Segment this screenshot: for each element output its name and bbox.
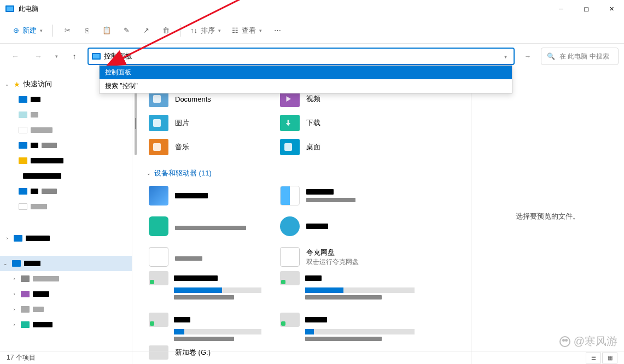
sidebar-item[interactable]: › [0,317,132,332]
watermark: @寒风游 [559,334,617,349]
status-bar: 17 个项目 ☰ ▦ [0,351,624,364]
view-button[interactable]: ☷ 查看 ▾ [228,22,266,39]
sidebar-item[interactable] [0,138,132,153]
folder-pictures[interactable]: 图片 [149,115,280,131]
paste-button[interactable]: 📋 [98,22,115,39]
scrollbar[interactable] [135,92,137,155]
sidebar: ⌄ ★ 快速访问 › ⌄ › › › › [0,69,132,364]
drive-item[interactable] [280,313,444,341]
folders-grid: Documents 视频 图片 下载 音乐 桌面 [149,91,471,155]
share-button[interactable]: ↗ [137,22,155,39]
minimize-button[interactable]: ─ [549,0,574,17]
back-button[interactable]: ← [5,48,25,65]
sidebar-this-pc[interactable]: ⌄ [0,256,132,271]
address-dropdown-button[interactable]: ▾ [501,54,510,60]
sidebar-item[interactable]: › [0,271,132,286]
new-label: 新建 [22,26,37,36]
address-suggestions: 控制面板 搜索 "控制" [99,65,512,93]
monitor-icon [92,53,101,60]
copy-button[interactable]: ⎘ [78,22,96,39]
view-grid-button[interactable]: ▦ [602,353,617,363]
sidebar-item[interactable] [0,122,132,138]
rename-button[interactable]: ✎ [118,22,135,39]
folder-desktop[interactable]: 桌面 [280,139,411,155]
cut-button[interactable]: ✂ [59,22,76,39]
device-icon [280,216,300,236]
recent-button[interactable]: ▾ [51,48,61,65]
chevron-down-icon: ⌄ [4,81,10,87]
sort-label: 排序 [201,26,215,36]
main-area: ⌄ ★ 快速访问 › ⌄ › › › › Documents 视频 图片 下载 … [0,69,624,364]
address-wrapper: ▾ 控制面板 搜索 "控制" [88,48,515,65]
paste-icon: 📋 [102,26,111,34]
device-item[interactable] [149,216,280,236]
search-icon: 🔍 [547,52,555,60]
desktop-icon [280,139,300,155]
separator [180,25,180,37]
suggestion-item[interactable]: 控制面板 [100,66,512,79]
view-icon: ☷ [232,26,238,34]
pictures-icon [149,115,168,131]
drive-icon [280,271,300,285]
device-quark[interactable]: 夸克网盘双击运行夸克网盘 [280,247,444,267]
sidebar-item[interactable]: › [0,302,132,317]
address-bar[interactable]: ▾ [88,48,515,65]
folder-music[interactable]: 音乐 [149,139,280,155]
sidebar-item[interactable] [0,199,132,214]
trash-icon: 🗑 [162,26,170,34]
device-item[interactable] [280,216,444,236]
new-button[interactable]: ⊕ 新建 ▾ [9,22,47,39]
devices-section-header[interactable]: ⌄ 设备和驱动器 (11) [147,168,471,178]
search-box[interactable]: 🔍 在 此电脑 中搜索 [541,48,619,65]
share-icon: ↗ [143,26,149,34]
navigation-row: ← → ▾ ↑ ▾ 控制面板 搜索 "控制" → 🔍 在 此电脑 中搜索 [0,44,624,69]
forward-button[interactable]: → [28,48,48,65]
suggestion-item[interactable]: 搜索 "控制" [100,79,512,93]
maximize-button[interactable]: ▢ [574,0,599,17]
sort-button[interactable]: ↑↓ 排序 ▾ [186,22,225,39]
device-item[interactable] [149,247,280,267]
separator [53,25,53,37]
sidebar-item[interactable]: › [0,231,132,246]
up-button[interactable]: ↑ [65,48,84,65]
plus-icon: ⊕ [13,26,19,34]
drive-item[interactable] [149,271,280,300]
sidebar-item[interactable]: › [0,286,132,302]
delete-button[interactable]: 🗑 [157,22,174,39]
chevron-down-icon: ▾ [40,28,43,33]
more-button[interactable]: ⋯ [269,22,286,39]
drive-icon [149,271,168,285]
sidebar-item[interactable] [0,107,132,122]
close-button[interactable]: ✕ [599,0,624,17]
device-item[interactable] [149,186,280,206]
go-button[interactable]: → [518,48,538,65]
drive-item[interactable] [280,271,444,300]
toolbar: ⊕ 新建 ▾ ✂ ⎘ 📋 ✎ ↗ 🗑 ↑↓ 排序 ▾ ☷ 查看 ▾ ⋯ [0,17,624,44]
device-item[interactable] [280,186,444,206]
search-placeholder: 在 此电脑 中搜索 [559,52,609,61]
preview-pane: 选择要预览的文件。 [471,69,624,364]
drive-item[interactable] [149,313,280,341]
sidebar-item[interactable] [0,168,132,184]
view-list-button[interactable]: ☰ [586,353,601,363]
view-label: 查看 [242,26,256,36]
sidebar-item[interactable] [0,153,132,168]
watermark-icon [559,336,570,347]
window-controls: ─ ▢ ✕ [549,0,624,17]
title-bar: 此电脑 ─ ▢ ✕ [0,0,624,17]
file-icon [149,247,168,267]
folder-downloads[interactable]: 下载 [280,115,411,131]
watermark-text: @寒风游 [574,334,617,349]
drive-icon [280,313,300,327]
sidebar-item[interactable] [0,184,132,199]
drives-grid [149,271,471,341]
drive-icon [149,313,168,327]
device-icon [149,216,168,236]
sidebar-item[interactable] [0,92,132,107]
address-input[interactable] [104,52,498,61]
device-icon [149,186,168,206]
copy-icon: ⎘ [85,26,89,34]
this-pc-icon [5,5,14,12]
scissors-icon: ✂ [65,26,71,34]
star-icon: ★ [14,80,20,89]
